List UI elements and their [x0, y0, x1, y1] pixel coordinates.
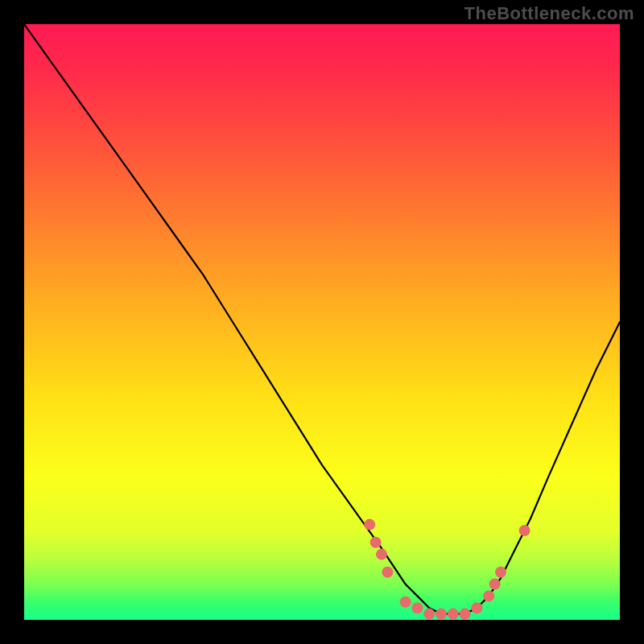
data-point: [471, 602, 482, 613]
bottleneck-curve: [24, 24, 620, 614]
data-point: [376, 549, 387, 560]
data-point: [448, 609, 459, 620]
data-point: [489, 579, 501, 590]
plot-area: [24, 24, 620, 620]
data-point: [436, 609, 447, 620]
data-point: [460, 609, 471, 620]
data-point: [483, 590, 494, 601]
data-point: [411, 602, 423, 613]
data-point: [400, 597, 411, 608]
data-points: [364, 519, 530, 620]
data-point: [519, 525, 530, 536]
watermark-text: TheBottleneck.com: [464, 3, 634, 24]
data-point: [370, 537, 382, 548]
data-point: [423, 609, 435, 620]
data-point: [382, 567, 393, 578]
chart-stage: TheBottleneck.com: [0, 0, 644, 644]
curve-layer: [24, 24, 620, 620]
data-point: [495, 567, 506, 578]
data-point: [364, 519, 375, 530]
